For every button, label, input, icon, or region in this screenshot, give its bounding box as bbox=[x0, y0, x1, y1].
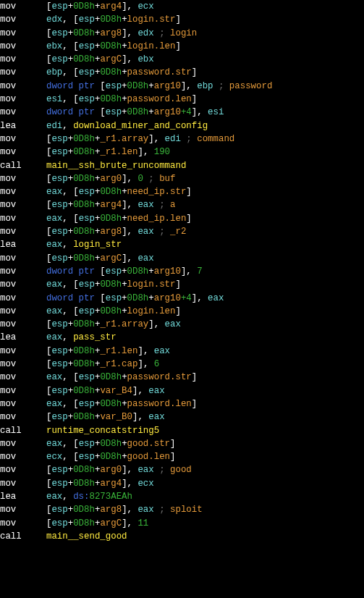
asm-line[interactable]: moveax, [esp+0D8h+need_ip.len] bbox=[0, 212, 364, 225]
base-register: esp bbox=[51, 346, 67, 356]
asm-line[interactable]: moveax, [esp+0D8h+password.len] bbox=[0, 397, 364, 410]
comment: ; bbox=[154, 28, 170, 38]
struct-member: good.len bbox=[127, 452, 171, 462]
offset-extra: +4 bbox=[181, 107, 192, 117]
comma: , bbox=[62, 399, 73, 409]
asm-line[interactable]: movedx, [esp+0D8h+login.str] bbox=[0, 13, 364, 26]
mnemonic: mov bbox=[0, 452, 16, 462]
comma: , bbox=[143, 359, 154, 369]
comma: , bbox=[127, 28, 138, 38]
asm-line[interactable]: mov[esp+0D8h+arg8], eax ; _r2 bbox=[0, 225, 364, 238]
mnemonic-col: mov bbox=[0, 371, 46, 384]
mnemonic: call bbox=[0, 531, 22, 542]
bracket-close: ] bbox=[186, 214, 191, 224]
mnemonic-col: mov bbox=[0, 0, 46, 13]
mnemonic: mov bbox=[0, 505, 16, 515]
asm-line[interactable]: mov[esp+0D8h+_r1.array], eax bbox=[0, 318, 364, 331]
mnemonic: mov bbox=[0, 1, 16, 12]
mnemonic: call bbox=[0, 161, 22, 171]
asm-line[interactable]: mov[esp+0D8h+arg0], 0 ; buf bbox=[0, 172, 364, 185]
plus: + bbox=[122, 94, 127, 104]
asm-line[interactable]: movdword ptr [esp+0D8h+arg10], ebp ; pas… bbox=[0, 80, 364, 93]
struct-member: need_ip.len bbox=[127, 214, 187, 224]
asm-line[interactable]: leaeax, ds:8273AEAh bbox=[0, 490, 364, 503]
asm-line[interactable]: mov[esp+0D8h+arg8], edx ; login bbox=[0, 27, 364, 40]
asm-line[interactable]: mov[esp+0D8h+arg4], ecx bbox=[0, 477, 364, 490]
offset: 0D8h bbox=[73, 346, 95, 356]
asm-line[interactable]: mov[esp+0D8h+var_B4], eax bbox=[0, 384, 364, 397]
mnemonic-col: mov bbox=[0, 517, 46, 530]
base-register: esp bbox=[79, 439, 95, 449]
asm-line[interactable]: movebx, [esp+0D8h+login.len] bbox=[0, 40, 364, 53]
asm-line[interactable]: leaedi, download_miner_and_config bbox=[0, 119, 364, 132]
asm-line[interactable]: mov[esp+0D8h+argC], 11 bbox=[0, 517, 364, 530]
mnemonic: lea bbox=[0, 121, 16, 131]
struct-member: need_ip.str bbox=[127, 187, 187, 197]
bracket-close: ] bbox=[122, 253, 127, 264]
asm-line[interactable]: leaeax, pass_str bbox=[0, 331, 364, 344]
offset: 0D8h bbox=[100, 372, 122, 382]
bracket-close: ] bbox=[175, 14, 180, 25]
asm-line[interactable]: mov[esp+0D8h+_r1.cap], 6 bbox=[0, 358, 364, 371]
plus: + bbox=[148, 107, 153, 117]
offset: 0D8h bbox=[127, 266, 149, 277]
asm-line[interactable]: movdword ptr [esp+0D8h+arg10+4], eax bbox=[0, 292, 364, 305]
asm-line[interactable]: movebp, [esp+0D8h+password.str] bbox=[0, 66, 364, 79]
bracket-open: [ bbox=[73, 94, 78, 104]
offset: 0D8h bbox=[73, 253, 95, 264]
register: eax bbox=[46, 306, 62, 316]
immediate: 0 bbox=[137, 174, 143, 184]
mnemonic-col: mov bbox=[0, 463, 46, 476]
asm-line[interactable]: mov[esp+0D8h+arg4], ecx bbox=[0, 0, 364, 13]
asm-line[interactable]: movdword ptr [esp+0D8h+arg10], 7 bbox=[0, 265, 364, 278]
asm-line[interactable]: mov[esp+0D8h+argC], ebx bbox=[0, 53, 364, 66]
mnemonic-col: mov bbox=[0, 252, 46, 265]
asm-line[interactable]: movesi, [esp+0D8h+password.len] bbox=[0, 93, 364, 106]
offset: 0D8h bbox=[73, 174, 95, 184]
asm-line[interactable]: movdword ptr [esp+0D8h+arg10+4], esi bbox=[0, 106, 364, 119]
mnemonic-col: lea bbox=[0, 331, 46, 344]
asm-line[interactable]: callmain__ssh_brute_runcommand bbox=[0, 159, 364, 172]
symbol-name: download_miner_and_config bbox=[73, 121, 208, 131]
asm-line[interactable]: moveax, [esp+0D8h+need_ip.str] bbox=[0, 185, 364, 198]
mnemonic-col: mov bbox=[0, 410, 46, 424]
offset-literal: 8273AEAh bbox=[90, 492, 133, 502]
asm-line[interactable]: mov[esp+0D8h+arg4], eax ; a bbox=[0, 198, 364, 211]
asm-line[interactable]: moveax, [esp+0D8h+login.len] bbox=[0, 305, 364, 318]
asm-line[interactable]: moveax, [esp+0D8h+good.str] bbox=[0, 437, 364, 450]
register: edi bbox=[165, 134, 181, 144]
register: eax bbox=[46, 240, 62, 250]
mnemonic: mov bbox=[0, 266, 16, 277]
base-register: esp bbox=[79, 41, 95, 51]
asm-line[interactable]: mov[esp+0D8h+arg0], eax ; good bbox=[0, 463, 364, 476]
asm-line[interactable]: mov[esp+0D8h+_r1.len], 190 bbox=[0, 146, 364, 159]
asm-line[interactable]: mov[esp+0D8h+arg8], eax ; sploit bbox=[0, 503, 364, 516]
register: eax bbox=[46, 214, 62, 224]
base-register: esp bbox=[51, 505, 67, 515]
asm-line[interactable]: mov[esp+0D8h+var_B0], eax bbox=[0, 410, 364, 424]
comma: , bbox=[62, 439, 73, 449]
asm-line[interactable]: mov[esp+0D8h+argC], eax bbox=[0, 252, 364, 265]
asm-line[interactable]: moveax, [esp+0D8h+login.str] bbox=[0, 278, 364, 291]
register: eax bbox=[46, 399, 62, 409]
bracket-close: ] bbox=[122, 465, 127, 475]
asm-line[interactable]: mov[esp+0D8h+_r1.len], eax bbox=[0, 345, 364, 358]
asm-line[interactable]: leaeax, login_str bbox=[0, 238, 364, 251]
mnemonic-col: mov bbox=[0, 397, 46, 410]
struct-member: _r1.array bbox=[100, 319, 148, 329]
asm-line[interactable]: callmain__send_good bbox=[0, 530, 364, 543]
asm-line[interactable]: mov[esp+0D8h+_r1.array], edi ; command bbox=[0, 132, 364, 146]
bracket-close: ] bbox=[170, 439, 175, 449]
plus: + bbox=[122, 306, 127, 316]
asm-line[interactable]: moveax, [esp+0D8h+password.str] bbox=[0, 371, 364, 384]
asm-line[interactable]: movecx, [esp+0D8h+good.len] bbox=[0, 450, 364, 463]
mnemonic-col: lea bbox=[0, 238, 46, 251]
asm-line[interactable]: callruntime_concatstring5 bbox=[0, 424, 364, 437]
register: eax bbox=[148, 386, 164, 396]
struct-member: _r1.cap bbox=[100, 359, 137, 369]
comma: , bbox=[127, 1, 138, 12]
mnemonic-col: mov bbox=[0, 437, 46, 450]
base-register: esp bbox=[79, 372, 95, 382]
register: eax bbox=[46, 372, 62, 382]
mnemonic: mov bbox=[0, 306, 16, 316]
